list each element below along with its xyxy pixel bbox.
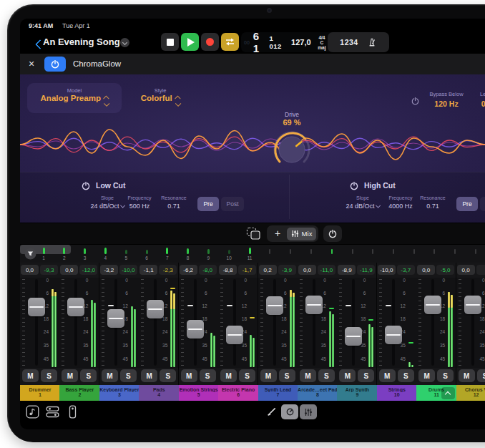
mixer-view-button[interactable]	[300, 404, 317, 419]
fader-handle[interactable]	[266, 296, 283, 315]
track-label[interactable]: Strings10	[377, 385, 417, 401]
solo-button[interactable]: S	[239, 369, 255, 382]
volume-value[interactable]: -3,2	[100, 265, 118, 275]
mute-button[interactable]: M	[300, 369, 316, 382]
lowcut-post-button[interactable]: Post	[221, 197, 244, 211]
highcut-post-button[interactable]: Post	[480, 197, 485, 211]
mix-toggle-button[interactable]: Mix	[287, 228, 316, 240]
solo-button[interactable]: S	[80, 369, 97, 382]
volume-value[interactable]: -6,2	[180, 265, 197, 275]
metronome-icon[interactable]	[367, 37, 377, 47]
stop-button[interactable]	[161, 33, 179, 51]
edit-button[interactable]	[267, 406, 277, 417]
fader-handle[interactable]	[147, 300, 164, 318]
fader-handle[interactable]	[28, 298, 45, 316]
solo-button[interactable]: S	[477, 369, 485, 382]
solo-button[interactable]: S	[200, 369, 216, 382]
solo-button[interactable]: S	[398, 369, 414, 382]
play-button[interactable]	[181, 33, 199, 51]
mute-button[interactable]: M	[141, 369, 157, 382]
browser-button[interactable]	[46, 405, 59, 419]
volume-value[interactable]: 0,0	[21, 265, 39, 275]
loops-browser-button[interactable]	[26, 405, 39, 419]
style-selector[interactable]: Style Colorful	[126, 83, 195, 113]
solo-button[interactable]: S	[437, 369, 454, 382]
fader-handle[interactable]	[345, 327, 362, 346]
lowcut-power-button[interactable]	[82, 180, 90, 193]
lowcut-pre-button[interactable]: Pre	[197, 197, 219, 211]
track-label[interactable]: Emotion Strings5	[179, 385, 219, 401]
bypass-power-button[interactable]	[411, 95, 419, 108]
fader-handle[interactable]	[385, 326, 402, 344]
solo-button[interactable]: S	[160, 369, 176, 382]
fader-handle[interactable]	[305, 296, 323, 314]
mute-button[interactable]: M	[260, 369, 277, 382]
track-label[interactable]: Arcade…eet Pad8	[298, 385, 338, 401]
song-menu-button[interactable]	[120, 38, 129, 47]
volume-value[interactable]: 0,0	[60, 265, 78, 275]
add-track-button[interactable]: +	[270, 225, 285, 242]
fader-handle[interactable]	[107, 309, 124, 328]
track-label[interactable]: Pads4	[139, 385, 179, 401]
solo-button[interactable]: S	[279, 369, 295, 382]
highcut-frequency[interactable]: Frequency 4000 Hz	[383, 195, 418, 210]
solo-button[interactable]: S	[318, 369, 335, 382]
track-label[interactable]: Drums11	[416, 385, 456, 401]
volume-value[interactable]: 0,2	[259, 265, 277, 275]
record-button[interactable]	[201, 33, 219, 51]
filter-icon[interactable]	[24, 248, 36, 260]
fader-handle[interactable]	[226, 326, 243, 344]
fader-handle[interactable]	[424, 296, 441, 314]
highcut-slope[interactable]: Slope 24 dB/Oct	[343, 195, 383, 210]
bar-ruler[interactable]: 1234567891011	[20, 244, 485, 264]
lcd-display[interactable]: 00 6 1 1 012 127,0 4/4 C maj MIDI	[241, 32, 342, 52]
volume-value[interactable]: 0,0	[298, 265, 316, 275]
back-button[interactable]	[27, 34, 40, 49]
track-label[interactable]: Keyboard Player3	[99, 385, 139, 401]
track-label[interactable]: Bass Player2	[59, 385, 99, 401]
mute-button[interactable]: M	[459, 369, 475, 382]
controls-view-button[interactable]	[281, 404, 298, 419]
track-label[interactable]: Electric Piano6	[218, 385, 258, 401]
volume-value[interactable]: -1,1	[139, 265, 157, 275]
lowcut-resonance[interactable]: Resonance 0.71	[157, 195, 191, 210]
plugin-power-button[interactable]	[44, 57, 66, 72]
highcut-power-button[interactable]	[350, 180, 358, 193]
close-plugin-button[interactable]: ×	[29, 58, 34, 69]
highcut-pre-button[interactable]: Pre	[456, 197, 478, 211]
mute-button[interactable]: M	[379, 369, 396, 382]
fader-handle[interactable]	[464, 296, 481, 314]
bypass-below-control[interactable]: Bypass Below 120 Hz	[424, 91, 469, 108]
mute-button[interactable]: M	[418, 369, 435, 382]
track-label[interactable]: Arp Synth9	[337, 385, 377, 401]
mute-button[interactable]: M	[22, 369, 39, 382]
solo-button[interactable]: S	[120, 369, 137, 382]
lowcut-slope[interactable]: Slope 24 dB/Oct	[87, 195, 127, 210]
volume-value[interactable]: -10,0	[378, 265, 396, 275]
mixer-power-button[interactable]	[323, 225, 342, 242]
mute-button[interactable]: M	[220, 369, 237, 382]
volume-value[interactable]: 0,0	[417, 265, 435, 275]
keyboard-button[interactable]	[66, 405, 79, 419]
highcut-resonance[interactable]: Resonance 0.71	[416, 195, 450, 210]
model-selector[interactable]: Model Analog Preamp	[27, 83, 122, 113]
solo-button[interactable]: S	[358, 369, 374, 382]
mute-button[interactable]: M	[339, 369, 356, 382]
song-title[interactable]: An Evening Song	[43, 36, 120, 47]
volume-value[interactable]: -8,9	[338, 265, 356, 275]
lowcut-frequency[interactable]: Frequency 500 Hz	[122, 195, 157, 210]
expand-track-button[interactable]	[441, 387, 455, 399]
mute-button[interactable]: M	[181, 369, 197, 382]
duplicate-button[interactable]	[246, 227, 261, 240]
mute-button[interactable]: M	[62, 369, 78, 382]
level-control[interactable]: Level 0.0	[472, 91, 485, 108]
track-label[interactable]: Chorus V12	[456, 385, 485, 401]
track-label[interactable]: Synth Lead7	[258, 385, 298, 401]
drive-knob[interactable]	[270, 128, 313, 171]
track-label[interactable]: Drummer1	[20, 385, 60, 401]
fader-handle[interactable]	[67, 298, 84, 316]
volume-value[interactable]: -8,8	[219, 265, 237, 275]
mute-button[interactable]: M	[102, 369, 118, 382]
fader-handle[interactable]	[187, 320, 204, 339]
solo-button[interactable]: S	[41, 369, 57, 382]
